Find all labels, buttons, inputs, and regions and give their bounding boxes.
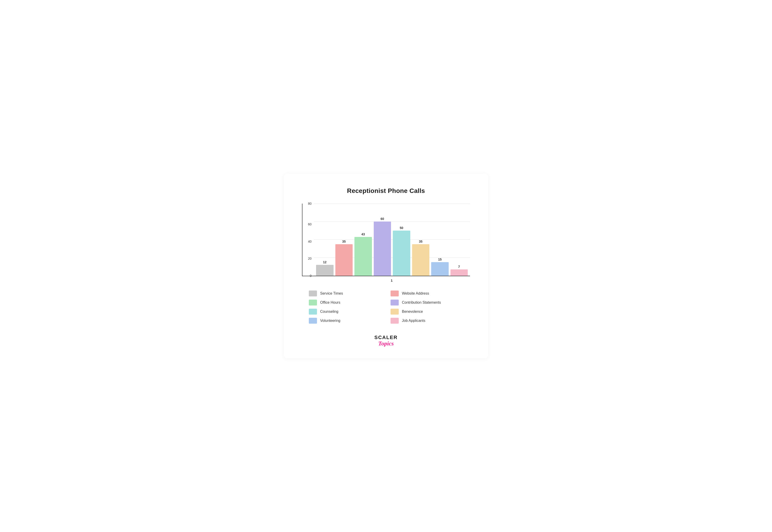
legend-label-2: Office Hours xyxy=(320,300,340,305)
bar-1 xyxy=(335,244,353,276)
y-label-80: 80 xyxy=(302,202,311,205)
bar-group-3: 60 xyxy=(374,204,391,276)
y-label-20: 20 xyxy=(302,257,311,260)
legend-item-0: Service Times xyxy=(309,291,381,296)
bar-group-0: 12 xyxy=(316,204,333,276)
legend-swatch-0 xyxy=(309,291,317,296)
bar-group-5: 35 xyxy=(412,204,430,276)
bar-group-6: 15 xyxy=(431,204,449,276)
bar-5 xyxy=(412,244,430,276)
legend-label-1: Website Address xyxy=(402,291,429,296)
bar-value-4: 50 xyxy=(400,226,403,230)
chart-container: Receptionist Phone Calls 020406080 12354… xyxy=(284,174,488,358)
bar-value-7: 7 xyxy=(458,265,460,268)
legend-left-col: Service TimesOffice HoursCounselingVolun… xyxy=(309,291,381,324)
bar-group-7: 7 xyxy=(451,204,468,276)
legend-label-5: Benevolence xyxy=(402,310,423,314)
bar-7 xyxy=(451,269,468,276)
legend-label-6: Volunteering xyxy=(320,319,340,323)
bar-6 xyxy=(431,262,449,276)
legend-item-6: Volunteering xyxy=(309,318,381,324)
y-label-40: 40 xyxy=(302,240,311,243)
bar-group-1: 35 xyxy=(335,204,353,276)
bar-0 xyxy=(316,265,333,276)
legend-item-5: Benevolence xyxy=(391,309,463,315)
legend-swatch-1 xyxy=(391,291,399,296)
legend: Service TimesOffice HoursCounselingVolun… xyxy=(302,291,470,324)
legend-swatch-5 xyxy=(391,309,399,315)
legend-item-1: Website Address xyxy=(391,291,463,296)
legend-item-7: Job Applicants xyxy=(391,318,463,324)
chart-title: Receptionist Phone Calls xyxy=(302,187,470,195)
legend-label-7: Job Applicants xyxy=(402,319,425,323)
branding: SCALER Topics xyxy=(302,335,470,347)
bar-group-2: 43 xyxy=(354,204,372,276)
legend-swatch-3 xyxy=(391,300,399,305)
x-axis-label: 1 xyxy=(302,278,470,282)
bar-value-1: 35 xyxy=(342,240,346,243)
legend-swatch-6 xyxy=(309,318,317,324)
legend-swatch-7 xyxy=(391,318,399,324)
bar-value-6: 15 xyxy=(438,258,442,261)
legend-label-0: Service Times xyxy=(320,291,343,296)
bar-value-5: 35 xyxy=(419,240,423,243)
legend-swatch-4 xyxy=(309,309,317,315)
y-label-0: 0 xyxy=(302,274,311,278)
bar-2 xyxy=(354,237,372,276)
legend-item-2: Office Hours xyxy=(309,300,381,305)
bar-value-2: 43 xyxy=(361,232,365,236)
legend-swatch-2 xyxy=(309,300,317,305)
legend-item-4: Counseling xyxy=(309,309,381,315)
bar-4 xyxy=(393,231,410,276)
bar-value-3: 60 xyxy=(380,217,384,221)
bar-group-4: 50 xyxy=(393,204,410,276)
bars-wrapper: 123543605035157 xyxy=(314,204,470,276)
bar-3 xyxy=(374,222,391,276)
brand-scaler: SCALER xyxy=(302,335,470,340)
y-label-60: 60 xyxy=(302,222,311,226)
legend-label-3: Contribution Statements xyxy=(402,300,441,305)
brand-topics: Topics xyxy=(302,340,470,347)
bar-value-0: 12 xyxy=(323,260,326,264)
chart-area: 020406080 123543605035157 xyxy=(302,204,470,276)
legend-item-3: Contribution Statements xyxy=(391,300,463,305)
legend-label-4: Counseling xyxy=(320,310,338,314)
legend-right-col: Website AddressContribution StatementsBe… xyxy=(391,291,463,324)
